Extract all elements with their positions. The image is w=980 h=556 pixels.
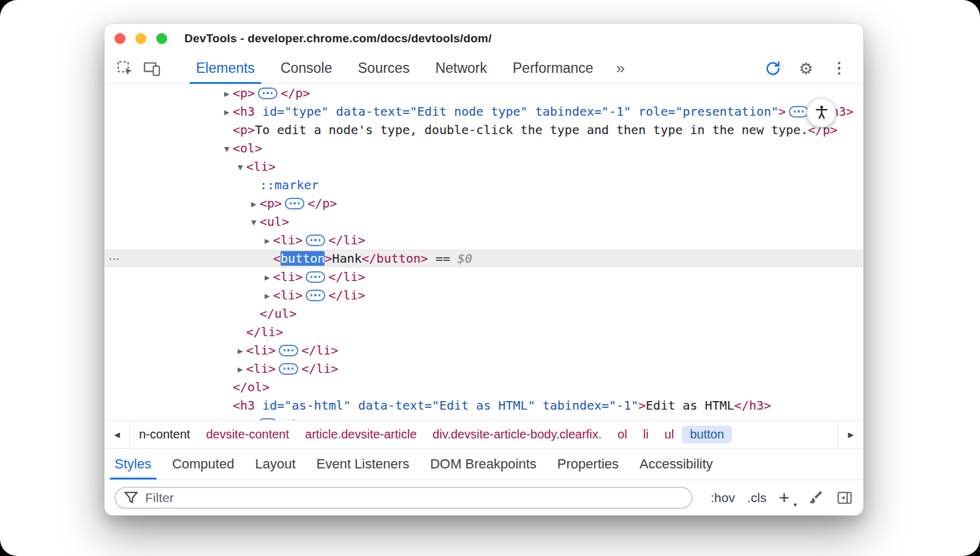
dom-tree-row[interactable]: </ul> — [105, 304, 863, 323]
tab-elements[interactable]: Elements — [183, 53, 268, 83]
new-style-rule-caret-icon: ▾ — [793, 502, 797, 508]
toggle-sidebar-button[interactable] — [836, 489, 853, 506]
minimize-window-button[interactable] — [135, 33, 146, 44]
breadcrumb-scroll-left-button[interactable]: ◀ — [105, 421, 130, 448]
toggle-element-classes-button[interactable]: .cls — [747, 490, 767, 505]
tab-sources[interactable]: Sources — [345, 53, 422, 83]
inline-expand-button[interactable] — [258, 88, 277, 99]
breadcrumb-item-button[interactable]: button — [682, 426, 732, 443]
inline-expand-button[interactable] — [258, 418, 277, 421]
styles-filter-bar: Filter :hov .cls + ▾ — [105, 479, 863, 515]
traffic-lights — [115, 33, 167, 44]
inline-expand-button[interactable] — [306, 271, 325, 283]
row-actions-ellipsis[interactable]: ⋯ — [108, 249, 120, 268]
tag-token: <p> — [233, 416, 255, 420]
breadcrumb-item-ul[interactable]: ul — [657, 426, 682, 443]
sidebar-tab-event-listeners[interactable]: Event Listeners — [306, 449, 420, 479]
dom-tree-row[interactable]: ::marker — [105, 176, 863, 194]
expand-arrow-icon[interactable]: ▶ — [224, 103, 233, 122]
style-filter-input[interactable]: Filter — [115, 487, 693, 509]
rendering-emulation-button[interactable] — [807, 489, 824, 506]
zoom-window-button[interactable] — [156, 33, 167, 44]
dom-tree-row[interactable]: </ol> — [105, 378, 863, 396]
new-style-rule-button[interactable]: + ▾ — [778, 489, 794, 507]
inline-expand-button[interactable] — [789, 106, 809, 118]
sidebar-tab-strip: StylesComputedLayoutEvent ListenersDOM B… — [105, 448, 863, 479]
expand-arrow-icon[interactable]: ▶ — [224, 416, 233, 420]
dom-tree-row[interactable]: ▶<li></li> — [105, 268, 863, 286]
dom-tree-row[interactable]: ▶<h3 id="type" data-text="Edit node type… — [105, 102, 863, 121]
expand-arrow-icon[interactable]: ▶ — [265, 232, 273, 250]
dom-tree-row[interactable]: ▼<li> — [105, 157, 863, 176]
dom-tree-row[interactable]: ▶<li></li> — [105, 341, 863, 359]
inspect-cursor-icon — [116, 59, 134, 78]
dom-tree-row[interactable]: </li> — [105, 323, 863, 341]
menu-button[interactable] — [827, 57, 851, 80]
dom-tree: ▶<p></p>▶<h3 id="type" data-text="Edit n… — [105, 84, 863, 420]
settings-button[interactable]: ⚙ — [794, 57, 818, 80]
dom-tree-row[interactable]: ▶<li></li> — [105, 359, 863, 378]
tag-token: <li> — [273, 269, 303, 284]
expand-arrow-icon[interactable]: ▶ — [251, 195, 260, 214]
expand-arrow-icon[interactable]: ▼ — [224, 140, 233, 159]
device-toolbar-icon — [143, 59, 161, 78]
expand-arrow-icon[interactable]: ▶ — [238, 342, 246, 361]
dom-tree-row[interactable]: ▼<ul> — [105, 212, 863, 231]
accessibility-person-icon[interactable] — [807, 98, 836, 127]
more-tabs-button[interactable]: » — [616, 59, 625, 78]
tag-token: </li> — [328, 288, 365, 302]
breadcrumb-scroll-right-button[interactable]: ▶ — [838, 421, 863, 448]
tag-token: <ol> — [233, 141, 262, 156]
dom-tree-row[interactable]: ▶<li></li> — [105, 231, 863, 249]
inline-expand-button[interactable] — [285, 198, 304, 209]
breadcrumb-item-div-devsite-article-body-clearfix[interactable]: div.devsite-article-body.clearfix. — [424, 426, 609, 443]
dom-tree-row[interactable]: ⋯<button>Hank</button> == $0 — [105, 249, 863, 268]
sidebar-tab-layout[interactable]: Layout — [244, 449, 306, 479]
tab-network[interactable]: Network — [423, 53, 500, 83]
attribute-token: id="as-html" — [255, 398, 351, 413]
sync-button[interactable] — [761, 57, 785, 80]
tag-token: </button> — [362, 251, 428, 266]
dom-tree-row[interactable]: <h3 id="as-html" data-text="Edit as HTML… — [105, 396, 863, 415]
tab-console[interactable]: Console — [268, 53, 345, 83]
tag-token: < — [273, 251, 281, 266]
tab-performance[interactable]: Performance — [500, 53, 606, 83]
breadcrumb-item-article-devsite-article[interactable]: article.devsite-article — [297, 426, 424, 443]
sidebar-tab-dom-breakpoints[interactable]: DOM Breakpoints — [420, 449, 547, 479]
sidebar-tab-computed[interactable]: Computed — [162, 449, 245, 479]
breadcrumb-item-n-content[interactable]: n-content — [131, 426, 198, 443]
inline-expand-button[interactable] — [279, 345, 298, 356]
equals-token: == — [428, 251, 458, 266]
dom-tree-row[interactable]: ▼<ol> — [105, 139, 863, 157]
toggle-hover-state-button[interactable]: :hov — [710, 490, 735, 505]
expand-arrow-icon[interactable]: ▶ — [265, 269, 273, 287]
inspect-element-button[interactable] — [113, 57, 137, 80]
window-title: DevTools - developer.chrome.com/docs/dev… — [184, 32, 492, 45]
dom-tree-row[interactable]: ▶<li></li> — [105, 286, 863, 304]
dom-tree-row[interactable]: ▶<p></p> — [105, 84, 863, 102]
dom-tree-row[interactable]: <p>To edit a node's type, double-click t… — [105, 121, 863, 139]
dom-tree-row[interactable]: ▶<p></p> — [105, 415, 863, 420]
sidebar-tab-accessibility[interactable]: Accessibility — [629, 449, 723, 479]
expand-arrow-icon[interactable]: ▼ — [238, 159, 246, 177]
dom-tree-row[interactable]: ▶<p></p> — [105, 194, 863, 212]
inline-expand-button[interactable] — [279, 363, 298, 375]
expand-arrow-icon[interactable]: ▶ — [238, 361, 246, 379]
breadcrumb-item-ol[interactable]: ol — [609, 426, 635, 443]
expand-arrow-icon[interactable]: ▶ — [224, 85, 233, 103]
selected-tag-name[interactable]: button — [281, 251, 325, 266]
expand-arrow-icon[interactable]: ▶ — [265, 287, 273, 306]
tag-token: <li> — [246, 343, 276, 358]
tag-token: </li> — [328, 269, 365, 284]
device-toolbar-button[interactable] — [140, 57, 164, 80]
breadcrumb-item-li[interactable]: li — [635, 426, 657, 443]
sidebar-tab-styles[interactable]: Styles — [115, 449, 162, 479]
inline-expand-button[interactable] — [306, 235, 325, 246]
inline-expand-button[interactable] — [306, 290, 325, 301]
close-window-button[interactable] — [115, 33, 126, 44]
sidebar-tab-properties[interactable]: Properties — [547, 449, 629, 479]
kebab-menu-icon — [838, 62, 841, 75]
titlebar: DevTools - developer.chrome.com/docs/dev… — [105, 24, 863, 53]
expand-arrow-icon[interactable]: ▼ — [251, 214, 260, 232]
breadcrumb-item-devsite-content[interactable]: devsite-content — [198, 426, 297, 443]
